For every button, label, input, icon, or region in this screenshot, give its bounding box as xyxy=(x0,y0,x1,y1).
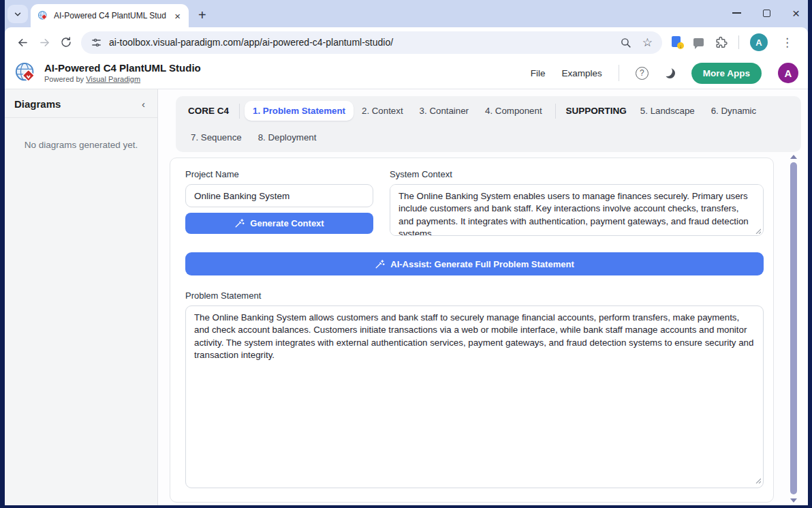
tab-component[interactable]: 4. Component xyxy=(477,101,550,121)
tab-group-core-c4: CORE C4 xyxy=(183,101,234,121)
main-panel: CORE C4 1. Problem Statement 2. Context … xyxy=(158,89,808,505)
tab-landscape[interactable]: 5. Landscape xyxy=(632,101,703,121)
system-context-column: System Context The Online Banking System… xyxy=(390,169,764,239)
system-context-wrap: The Online Banking System enables users … xyxy=(390,184,764,239)
back-button[interactable] xyxy=(12,31,33,53)
chevron-down-icon xyxy=(13,10,22,19)
new-tab-button[interactable]: + xyxy=(198,8,206,22)
content-area: Diagrams ‹ No diagrams generated yet. CO… xyxy=(5,89,808,505)
app-header: AI-Powered C4 PlantUML Studio Powered by… xyxy=(5,57,808,89)
refresh-icon xyxy=(60,36,72,48)
browser-chrome: AI-Powered C4 PlantUML Studio × + × xyxy=(5,0,808,505)
tab-dynamic[interactable]: 6. Dynamic xyxy=(703,101,765,121)
view-tabs-bar: CORE C4 1. Problem Statement 2. Context … xyxy=(176,96,801,152)
toolbar-separator xyxy=(738,35,739,49)
magic-wand-icon xyxy=(375,259,385,269)
examples-menu[interactable]: Examples xyxy=(561,68,602,78)
app-logo-icon xyxy=(14,61,37,85)
project-name-column: Project Name Generate Context xyxy=(185,169,373,239)
magic-wand-icon xyxy=(234,218,245,228)
tab-container[interactable]: 3. Container xyxy=(411,101,477,121)
browser-tab-strip: AI-Powered C4 PlantUML Studio × + × xyxy=(5,0,808,27)
tab-problem-statement[interactable]: 1. Problem Statement xyxy=(245,101,354,121)
tab-close-icon[interactable]: × xyxy=(172,10,183,23)
app-title-block: AI-Powered C4 PlantUML Studio Powered by… xyxy=(44,62,201,85)
sidebar-title: Diagrams xyxy=(14,98,61,110)
problem-statement-panel: Project Name Generate Context xyxy=(170,158,774,503)
ai-assist-label: AI-Assist: Generate Full Problem Stateme… xyxy=(390,259,574,269)
problem-statement-textarea[interactable]: The Online Banking System allows custome… xyxy=(185,305,764,488)
project-name-label: Project Name xyxy=(185,169,373,179)
project-name-input[interactable] xyxy=(185,184,373,207)
bookmark-star-icon[interactable]: ☆ xyxy=(642,37,653,48)
browser-menu-icon[interactable]: ⋮ xyxy=(779,35,796,50)
ai-assist-button[interactable]: AI-Assist: Generate Full Problem Stateme… xyxy=(185,252,764,275)
diagrams-sidebar: Diagrams ‹ No diagrams generated yet. xyxy=(5,89,158,505)
page-scrollbar[interactable] xyxy=(790,155,798,503)
tab-search-button[interactable] xyxy=(7,5,28,23)
app-title: AI-Powered C4 PlantUML Studio xyxy=(44,62,201,75)
chat-extension-icon[interactable] xyxy=(693,38,704,46)
top-form-row: Project Name Generate Context xyxy=(185,169,764,239)
system-context-textarea[interactable]: The Online Banking System enables users … xyxy=(390,184,764,236)
powered-by: Powered by Visual Paradigm xyxy=(44,75,201,85)
tabs-separator xyxy=(239,104,240,119)
browser-tab[interactable]: AI-Powered C4 PlantUML Studio × xyxy=(31,4,189,27)
generate-context-button[interactable]: Generate Context xyxy=(185,213,373,234)
tab-deployment[interactable]: 8. Deployment xyxy=(250,128,325,147)
extensions-puzzle-icon[interactable] xyxy=(715,36,728,49)
forward-icon xyxy=(38,36,51,49)
maximize-icon[interactable] xyxy=(763,10,770,17)
extensions-cluster: ↓ A ⋮ xyxy=(668,33,800,51)
sidebar-empty-message: No diagrams generated yet. xyxy=(14,140,148,150)
visual-paradigm-link[interactable]: Visual Paradigm xyxy=(86,75,140,83)
powered-by-prefix: Powered by xyxy=(44,75,84,83)
forward-button[interactable] xyxy=(33,31,55,53)
problem-statement-wrap: The Online Banking System allows custome… xyxy=(185,305,764,488)
window-close-icon[interactable]: × xyxy=(792,7,800,20)
zoom-icon[interactable] xyxy=(620,37,631,48)
window-controls: × xyxy=(732,0,800,26)
dark-mode-moon-icon[interactable] xyxy=(665,68,675,78)
header-separator xyxy=(619,65,619,81)
sidebar-header: Diagrams ‹ xyxy=(14,98,148,110)
favicon-icon xyxy=(37,10,48,21)
sidebar-divider xyxy=(5,117,157,118)
tab-sequence[interactable]: 7. Sequence xyxy=(183,128,250,147)
file-menu[interactable]: File xyxy=(531,68,546,78)
problem-statement-label: Problem Statement xyxy=(185,290,764,301)
browser-window: AI-Powered C4 PlantUML Studio × + × xyxy=(0,0,812,508)
browser-profile-avatar[interactable]: A xyxy=(750,33,768,51)
tabs-separator xyxy=(555,104,556,119)
tab-context[interactable]: 2. Context xyxy=(354,101,411,121)
app-header-right: File Examples ? More Apps A xyxy=(531,63,798,84)
refresh-button[interactable] xyxy=(55,31,77,53)
scrollbar-up-icon[interactable] xyxy=(790,155,797,159)
tab-group-supporting: SUPPORTING xyxy=(561,101,632,121)
help-icon[interactable]: ? xyxy=(636,67,649,80)
system-context-label: System Context xyxy=(390,169,764,179)
docs-offline-extension-icon[interactable]: ↓ xyxy=(672,36,683,48)
url-text[interactable]: ai-toolbox.visual-paradigm.com/app/ai-po… xyxy=(109,37,613,48)
scrollbar-thumb[interactable] xyxy=(790,162,797,494)
scrollbar-down-icon[interactable] xyxy=(790,498,797,503)
more-apps-button[interactable]: More Apps xyxy=(691,63,762,84)
address-bar[interactable]: ai-toolbox.visual-paradigm.com/app/ai-po… xyxy=(81,31,662,54)
tab-title: AI-Powered C4 PlantUML Studio xyxy=(54,11,166,20)
site-settings-icon xyxy=(91,37,102,48)
sidebar-collapse-icon[interactable]: ‹ xyxy=(139,98,148,110)
minimize-icon[interactable] xyxy=(732,12,741,14)
app-user-avatar[interactable]: A xyxy=(778,63,798,83)
generate-context-label: Generate Context xyxy=(250,218,324,228)
back-icon xyxy=(16,36,29,49)
address-bar-icons: ☆ xyxy=(620,37,653,48)
browser-toolbar: ai-toolbox.visual-paradigm.com/app/ai-po… xyxy=(5,27,808,57)
